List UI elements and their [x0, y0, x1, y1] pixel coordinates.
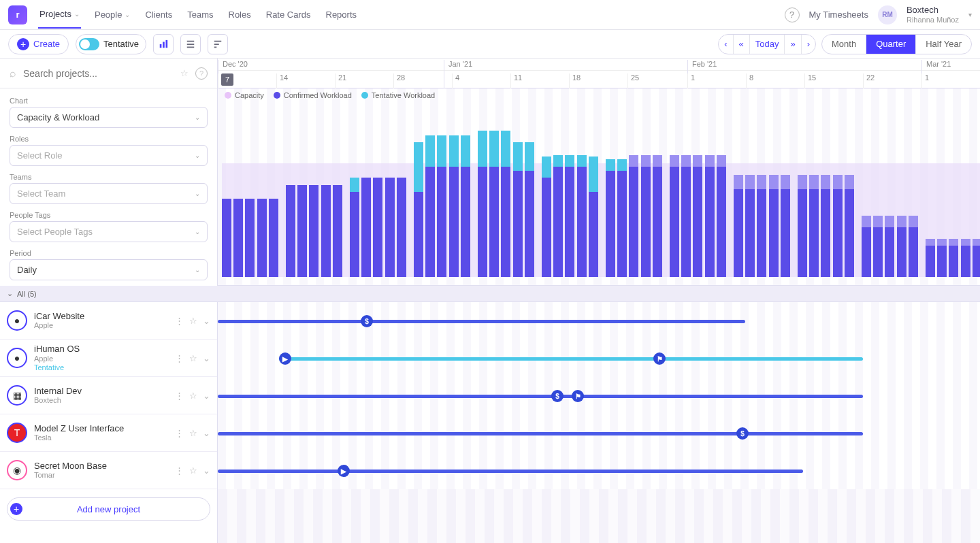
- nav-reports[interactable]: Reports: [325, 1, 359, 28]
- milestone-marker[interactable]: ▶: [338, 465, 350, 477]
- app-logo[interactable]: r: [8, 5, 27, 24]
- more-icon[interactable]: ⋮: [175, 316, 184, 326]
- chart-bar[interactable]: [873, 107, 883, 277]
- chart-bar[interactable]: [781, 107, 790, 277]
- more-icon[interactable]: ⋮: [175, 391, 184, 401]
- star-icon[interactable]: ☆: [189, 316, 197, 326]
- chart-bar[interactable]: [629, 107, 638, 277]
- my-timesheets-link[interactable]: My Timesheets: [809, 10, 868, 20]
- chart-bar[interactable]: [745, 107, 755, 277]
- chart-bar[interactable]: [909, 107, 918, 277]
- range-half-year[interactable]: Half Year: [916, 35, 971, 54]
- chart-bar[interactable]: [222, 107, 231, 277]
- more-icon[interactable]: ⋮: [175, 353, 184, 363]
- chart-bar[interactable]: [553, 107, 563, 277]
- star-icon[interactable]: ☆: [189, 353, 197, 363]
- prev-button[interactable]: ‹: [719, 35, 733, 54]
- search-input[interactable]: [23, 68, 174, 79]
- teams-select[interactable]: Select Team⌄: [10, 183, 208, 204]
- project-bar[interactable]: [218, 395, 863, 398]
- chevron-down-icon[interactable]: ⌄: [203, 316, 210, 326]
- chart-bar[interactable]: [769, 107, 779, 277]
- chart-bar[interactable]: [705, 107, 715, 277]
- chart-bar[interactable]: [617, 107, 627, 277]
- user-avatar[interactable]: RM: [878, 5, 897, 24]
- chart-bar[interactable]: [333, 107, 342, 277]
- nav-roles[interactable]: Roles: [227, 1, 252, 28]
- chart-bar[interactable]: [437, 107, 446, 277]
- chart-bar[interactable]: [757, 107, 766, 277]
- chart-bar[interactable]: [373, 107, 382, 277]
- chart-bar[interactable]: [885, 107, 894, 277]
- project-row[interactable]: TModel Z User InterfaceTesla⋮☆⌄: [0, 414, 217, 452]
- chart-bar[interactable]: [513, 107, 523, 277]
- project-row[interactable]: ◉Secret Moon BaseTomar⋮☆⌄: [0, 452, 217, 489]
- today-button[interactable]: Today: [750, 35, 785, 54]
- chart-bar[interactable]: [489, 107, 499, 277]
- chart-bar[interactable]: [257, 107, 267, 277]
- chart-bar[interactable]: [862, 107, 871, 277]
- chart-bar[interactable]: [693, 107, 702, 277]
- chart-bar[interactable]: [233, 107, 243, 277]
- chart-bar[interactable]: [606, 107, 615, 277]
- chart-bar[interactable]: [937, 107, 947, 277]
- chart-bar[interactable]: [641, 107, 651, 277]
- chart-bar[interactable]: [973, 107, 980, 277]
- project-row[interactable]: ▦Internal DevBoxtech⋮☆⌄: [0, 377, 217, 414]
- chart-bar[interactable]: [798, 107, 807, 277]
- chart-bar[interactable]: [501, 107, 510, 277]
- range-month[interactable]: Month: [822, 35, 866, 54]
- period-select[interactable]: Daily⌄: [10, 259, 208, 280]
- chart-bar[interactable]: [717, 107, 726, 277]
- chart-bar[interactable]: [309, 107, 318, 277]
- chart-bar[interactable]: [809, 107, 819, 277]
- chart-bar[interactable]: [681, 107, 691, 277]
- star-icon[interactable]: ☆: [189, 465, 197, 476]
- add-project-button[interactable]: + Add new project: [7, 497, 210, 521]
- milestone-marker[interactable]: $: [551, 390, 564, 402]
- chart-bar[interactable]: [297, 107, 307, 277]
- project-bar[interactable]: [279, 357, 863, 361]
- project-bar[interactable]: [218, 470, 803, 473]
- help-icon[interactable]: ?: [195, 67, 208, 80]
- chart-bar[interactable]: [577, 107, 587, 277]
- range-quarter[interactable]: Quarter: [866, 35, 916, 54]
- chart-bar[interactable]: [385, 107, 395, 277]
- roles-select[interactable]: Select Role⌄: [10, 145, 208, 166]
- chart-bar[interactable]: [542, 107, 551, 277]
- help-icon[interactable]: ?: [785, 7, 800, 22]
- milestone-marker[interactable]: ⚑: [572, 390, 584, 402]
- star-icon[interactable]: ☆: [180, 68, 189, 78]
- chart-bar[interactable]: [734, 107, 743, 277]
- milestone-marker[interactable]: $: [736, 427, 749, 440]
- chart-bar[interactable]: [589, 107, 598, 277]
- star-icon[interactable]: ☆: [189, 428, 197, 438]
- project-row[interactable]: ●iCar WebsiteApple⋮☆⌄: [0, 302, 217, 340]
- chart-bar[interactable]: [269, 107, 278, 277]
- chart-bar[interactable]: [565, 107, 574, 277]
- next-fast-button[interactable]: »: [785, 35, 801, 54]
- tentative-toggle[interactable]: Tentative: [76, 34, 146, 54]
- chart-bar[interactable]: [245, 107, 255, 277]
- more-icon[interactable]: ⋮: [175, 428, 184, 438]
- project-bar[interactable]: [218, 320, 745, 323]
- chart-bar[interactable]: [949, 107, 958, 277]
- nav-people[interactable]: People⌄: [93, 1, 131, 28]
- milestone-marker[interactable]: $: [361, 315, 373, 327]
- company-switcher[interactable]: Boxtech Rihanna Muñoz: [906, 5, 959, 23]
- create-button[interactable]: + Create: [8, 34, 69, 54]
- chart-bar[interactable]: [425, 107, 435, 277]
- chart-bar[interactable]: [525, 107, 534, 277]
- chart-bar[interactable]: [961, 107, 970, 277]
- milestone-marker[interactable]: ⚑: [653, 352, 666, 365]
- chart-bar[interactable]: [397, 107, 406, 277]
- chart-bar[interactable]: [361, 107, 371, 277]
- prev-fast-button[interactable]: «: [734, 35, 750, 54]
- chevron-down-icon[interactable]: ⌄: [203, 465, 210, 476]
- chart-view-button[interactable]: [153, 34, 174, 54]
- chart-bar[interactable]: [897, 107, 906, 277]
- chart-bar[interactable]: [321, 107, 331, 277]
- chart-bar[interactable]: [461, 107, 470, 277]
- chart-bar[interactable]: [821, 107, 830, 277]
- nav-projects[interactable]: Projects⌄: [38, 1, 81, 29]
